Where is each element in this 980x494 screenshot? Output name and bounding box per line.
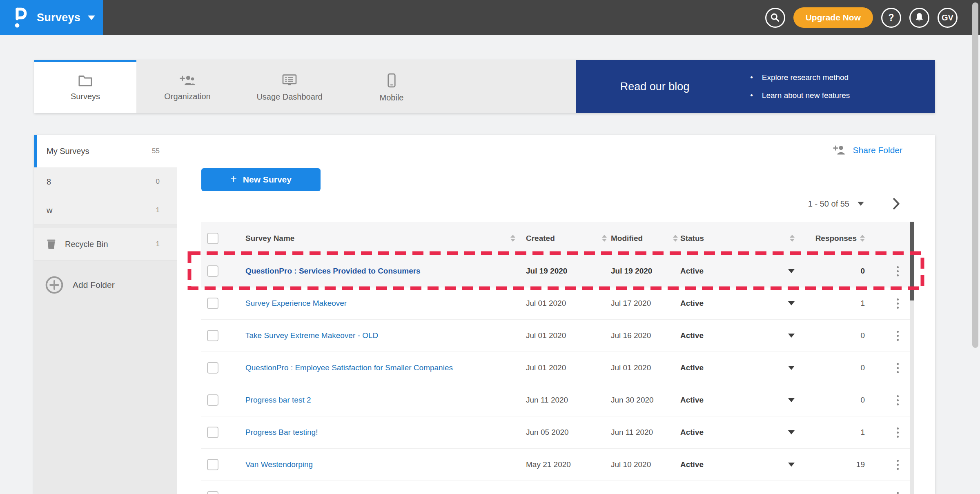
survey-name-link[interactable]: Progress Bar testing! bbox=[245, 428, 318, 437]
table-row[interactable]: Progress bar test 2 Jun 11 2020 Jun 30 2… bbox=[201, 384, 911, 416]
status-dropdown-caret[interactable] bbox=[788, 301, 795, 305]
responses-count: 1 bbox=[860, 428, 865, 437]
select-all-checkbox[interactable] bbox=[207, 233, 218, 244]
row-checkbox[interactable] bbox=[207, 265, 218, 277]
row-menu-icon[interactable] bbox=[895, 458, 900, 472]
status-dropdown-caret[interactable] bbox=[788, 269, 795, 273]
status-value: Active bbox=[680, 460, 704, 469]
survey-name-link[interactable]: QuestionPro : Services Provided to Consu… bbox=[245, 267, 421, 276]
table-row[interactable]: Survey Experience Makeover Jul 01 2020 J… bbox=[201, 287, 911, 320]
row-checkbox[interactable] bbox=[207, 491, 218, 494]
upgrade-now-button[interactable]: Upgrade Now bbox=[793, 7, 873, 28]
survey-name-link[interactable]: Progress bar test 2 bbox=[245, 396, 311, 405]
header-created: Created bbox=[526, 234, 555, 243]
row-checkbox[interactable] bbox=[207, 394, 218, 406]
add-folder-button[interactable]: Add Folder bbox=[34, 264, 177, 306]
share-person-add-icon bbox=[833, 145, 846, 156]
question-mark-icon: ? bbox=[888, 12, 894, 23]
table-row[interactable]: QuestionPro : Employee Satisfaction for … bbox=[201, 352, 911, 384]
row-checkbox[interactable] bbox=[207, 459, 218, 470]
row-checkbox[interactable] bbox=[207, 362, 218, 374]
row-checkbox[interactable] bbox=[207, 427, 218, 438]
sidebar-item-recycle-bin[interactable]: Recycle Bin 1 bbox=[34, 228, 177, 260]
responses-count: 1 bbox=[860, 299, 865, 308]
modified-date: Jul 16 2020 bbox=[611, 331, 651, 340]
table-row[interactable]: Progress Bar testing! Jun 05 2020 Jun 11… bbox=[201, 416, 911, 449]
survey-name-link[interactable]: Take Survey Extreme Makeover - OLD bbox=[245, 331, 378, 340]
account-avatar[interactable]: GV bbox=[938, 8, 958, 28]
status-value: Active bbox=[680, 428, 704, 437]
table-scrollbar-thumb[interactable] bbox=[910, 222, 914, 300]
row-checkbox[interactable] bbox=[207, 298, 218, 309]
topbar-actions: Upgrade Now ? GV bbox=[765, 0, 958, 35]
tab-surveys[interactable]: Surveys bbox=[34, 60, 136, 113]
table-row[interactable]: Take Survey Extreme Makeover - OLD Jul 0… bbox=[201, 320, 911, 352]
surveys-table: Survey Name Created Modified Status Resp… bbox=[201, 222, 911, 494]
row-menu-icon[interactable] bbox=[895, 329, 900, 343]
status-value: Active bbox=[680, 267, 704, 276]
status-dropdown-caret[interactable] bbox=[788, 398, 795, 402]
sort-icon[interactable] bbox=[602, 235, 607, 242]
search-button[interactable] bbox=[765, 8, 785, 28]
share-folder-button[interactable]: Share Folder bbox=[833, 145, 902, 156]
add-folder-label: Add Folder bbox=[73, 280, 115, 290]
sidebar-folder-item[interactable]: My Surveys 55 bbox=[34, 135, 177, 167]
row-menu-icon[interactable] bbox=[895, 361, 900, 375]
sort-icon[interactable] bbox=[790, 235, 795, 242]
sort-icon[interactable] bbox=[510, 235, 515, 242]
sidebar-folder-item[interactable]: w 1 bbox=[34, 196, 177, 225]
sidebar-folder-item[interactable]: 8 0 bbox=[34, 167, 177, 196]
tab-usage-dashboard[interactable]: Usage Dashboard bbox=[238, 60, 341, 113]
row-menu-icon[interactable] bbox=[895, 426, 900, 439]
tab-mobile[interactable]: Mobile bbox=[341, 60, 443, 113]
survey-name-link[interactable]: QuestionPro : Employee Satisfaction for … bbox=[245, 363, 453, 372]
row-menu-icon[interactable] bbox=[895, 394, 900, 407]
pagination-dropdown-caret[interactable] bbox=[858, 202, 864, 206]
page-scrollbar-thumb[interactable] bbox=[972, 2, 978, 348]
table-row[interactable]: QuestionPro : Services Provided to Consu… bbox=[201, 255, 911, 287]
survey-name-link[interactable]: Survey Experience Makeover bbox=[245, 299, 347, 308]
status-value: Active bbox=[680, 331, 704, 340]
responses-count: 0 bbox=[860, 331, 865, 340]
sort-icon[interactable] bbox=[860, 235, 865, 242]
header-responses: Responses bbox=[815, 234, 857, 243]
mobile-icon bbox=[387, 73, 396, 88]
status-dropdown-caret[interactable] bbox=[788, 430, 795, 434]
search-icon bbox=[770, 12, 780, 23]
modified-date: Jun 30 2020 bbox=[611, 396, 654, 405]
product-switcher[interactable]: Surveys bbox=[0, 0, 103, 35]
modified-date: Jul 01 2020 bbox=[611, 492, 651, 494]
help-button[interactable]: ? bbox=[881, 8, 901, 28]
status-dropdown-caret[interactable] bbox=[788, 334, 795, 338]
circle-plus-icon bbox=[45, 276, 64, 294]
next-page-button[interactable] bbox=[893, 198, 900, 210]
status-dropdown-caret[interactable] bbox=[788, 366, 795, 370]
table-row[interactable]: Van Westendorping May 21 2020 Jul 10 202… bbox=[201, 449, 911, 481]
row-menu-icon[interactable] bbox=[895, 490, 900, 494]
blog-banner[interactable]: Read our blog Explore research method Le… bbox=[576, 60, 935, 113]
tab-organization[interactable]: Organization bbox=[136, 60, 238, 113]
person-add-icon bbox=[178, 74, 196, 87]
table-row[interactable]: mail test tool Jul 01 2020 Jul 01 2020 A… bbox=[201, 481, 911, 494]
row-menu-icon[interactable] bbox=[895, 297, 900, 310]
row-checkbox[interactable] bbox=[207, 330, 218, 341]
survey-name-link[interactable]: mail test tool bbox=[245, 492, 289, 494]
status-value: Active bbox=[680, 492, 704, 494]
notifications-button[interactable] bbox=[909, 8, 929, 28]
table-scrollbar-track[interactable] bbox=[910, 222, 914, 494]
status-dropdown-caret[interactable] bbox=[788, 463, 795, 467]
questionpro-logo-icon bbox=[13, 7, 29, 29]
responses-count: 0 bbox=[860, 396, 865, 405]
status-value: Active bbox=[680, 299, 704, 308]
sort-icon[interactable] bbox=[673, 235, 678, 242]
header-status: Status bbox=[680, 234, 704, 243]
folder-count: 1 bbox=[156, 206, 160, 214]
survey-name-link[interactable]: Van Westendorping bbox=[245, 460, 313, 469]
new-survey-button[interactable]: + New Survey bbox=[201, 168, 321, 191]
created-date: Jul 01 2020 bbox=[526, 363, 566, 372]
header-modified: Modified bbox=[611, 234, 643, 243]
tab-label: Usage Dashboard bbox=[256, 92, 322, 102]
responses-count: 19 bbox=[856, 460, 865, 469]
row-menu-icon[interactable] bbox=[895, 265, 900, 278]
modified-date: Jul 10 2020 bbox=[611, 460, 651, 469]
